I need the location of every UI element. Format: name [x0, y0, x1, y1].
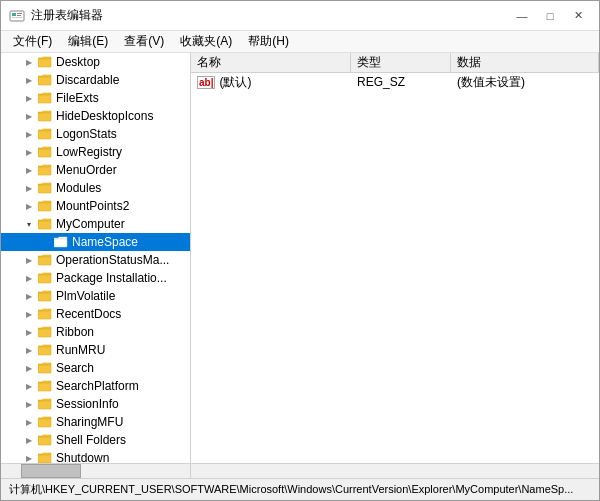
tree-item-logonstats[interactable]: ▶ LogonStats: [1, 125, 190, 143]
folder-icon: [37, 73, 53, 87]
svg-rect-24: [38, 401, 51, 409]
col-header-name[interactable]: 名称: [191, 53, 351, 72]
expand-arrow: ▶: [21, 396, 37, 412]
tree-item-runmru[interactable]: ▶ RunMRU: [1, 341, 190, 359]
minimize-button[interactable]: —: [509, 6, 535, 26]
svg-rect-1: [12, 13, 16, 16]
tree-item-hidedesktopicons[interactable]: ▶ HideDesktopIcons: [1, 107, 190, 125]
expand-arrow: ▶: [21, 198, 37, 214]
svg-rect-18: [38, 293, 51, 301]
expand-arrow: ▶: [21, 144, 37, 160]
tree-item-menuorder[interactable]: ▶ MenuOrder: [1, 161, 190, 179]
col-header-data[interactable]: 数据: [451, 53, 599, 72]
tree-item-label: Search: [56, 361, 94, 375]
expand-arrow: ▾: [21, 216, 37, 232]
expand-arrow: ▶: [21, 432, 37, 448]
tree-item-operationstatusma[interactable]: ▶ OperationStatusMa...: [1, 251, 190, 269]
tree-item-discardable[interactable]: ▶ Discardable: [1, 71, 190, 89]
tree-item-mycomputer[interactable]: ▾ MyComputer: [1, 215, 190, 233]
tree-item-modules[interactable]: ▶ Modules: [1, 179, 190, 197]
tree-item-ribbon[interactable]: ▶ Ribbon: [1, 323, 190, 341]
right-panel: 名称 类型 数据 ab|(默认)REG_SZ(数值未设置): [191, 53, 599, 463]
menu-file[interactable]: 文件(F): [5, 31, 60, 52]
folder-icon: [37, 361, 53, 375]
expand-arrow: ▶: [21, 378, 37, 394]
tree-item-lowregistry[interactable]: ▶ LowRegistry: [1, 143, 190, 161]
folder-icon: [37, 145, 53, 159]
expand-arrow: ▶: [21, 270, 37, 286]
folder-icon: [37, 307, 53, 321]
tree-item-label: LogonStats: [56, 127, 117, 141]
tree-item-shellfolders[interactable]: ▶ Shell Folders: [1, 431, 190, 449]
tree-scroll[interactable]: ▶ Desktop▶ Discardable▶ FileExts▶ HideDe…: [1, 53, 190, 463]
svg-rect-17: [38, 275, 51, 283]
tree-item-label: MountPoints2: [56, 199, 129, 213]
folder-icon: [37, 163, 53, 177]
svg-rect-9: [38, 131, 51, 139]
tree-item-label: PlmVolatile: [56, 289, 115, 303]
close-button[interactable]: ✕: [565, 6, 591, 26]
tree-item-searchplatform[interactable]: ▶ SearchPlatform: [1, 377, 190, 395]
reg-value-icon: ab|: [197, 76, 215, 89]
tree-item-label: Shell Folders: [56, 433, 126, 447]
folder-icon: [37, 181, 53, 195]
list-row[interactable]: ab|(默认)REG_SZ(数值未设置): [191, 73, 599, 91]
svg-rect-4: [12, 17, 22, 18]
svg-rect-20: [38, 329, 51, 337]
svg-rect-2: [17, 13, 22, 14]
svg-rect-15: [54, 239, 67, 247]
folder-icon: [53, 235, 69, 249]
tree-hscrollbar[interactable]: [1, 464, 191, 478]
tree-item-fileexts[interactable]: ▶ FileExts: [1, 89, 190, 107]
expand-arrow: ▶: [21, 450, 37, 463]
svg-rect-16: [38, 257, 51, 265]
expand-arrow: ▶: [21, 414, 37, 430]
tree-item-sessioninfo[interactable]: ▶ SessionInfo: [1, 395, 190, 413]
folder-icon: [37, 325, 53, 339]
folder-icon: [37, 127, 53, 141]
expand-arrow: ▶: [21, 180, 37, 196]
tree-item-label: NameSpace: [72, 235, 138, 249]
tree-item-packageinstallatio[interactable]: ▶ Package Installatio...: [1, 269, 190, 287]
list-cell-type: REG_SZ: [351, 75, 451, 89]
tree-item-recentdocs[interactable]: ▶ RecentDocs: [1, 305, 190, 323]
tree-item-label: Desktop: [56, 55, 100, 69]
tree-item-plmvolatile[interactable]: ▶ PlmVolatile: [1, 287, 190, 305]
list-cell-name: ab|(默认): [191, 74, 351, 91]
menu-favorites[interactable]: 收藏夹(A): [172, 31, 240, 52]
tree-item-shutdown[interactable]: ▶ Shutdown: [1, 449, 190, 463]
svg-rect-21: [38, 347, 51, 355]
status-path: 计算机\HKEY_CURRENT_USER\SOFTWARE\Microsoft…: [9, 482, 573, 497]
app-icon: [9, 8, 25, 24]
menu-edit[interactable]: 编辑(E): [60, 31, 116, 52]
expand-arrow: ▶: [21, 126, 37, 142]
folder-icon: [37, 397, 53, 411]
right-hscrollbar[interactable]: [191, 464, 599, 478]
svg-rect-14: [38, 221, 51, 229]
tree-item-label: RecentDocs: [56, 307, 121, 321]
svg-rect-6: [38, 77, 51, 85]
menu-view[interactable]: 查看(V): [116, 31, 172, 52]
regedit-window: 注册表编辑器 — □ ✕ 文件(F) 编辑(E) 查看(V) 收藏夹(A) 帮助…: [0, 0, 600, 501]
maximize-button[interactable]: □: [537, 6, 563, 26]
tree-item-mountpoints2[interactable]: ▶ MountPoints2: [1, 197, 190, 215]
folder-icon: [37, 109, 53, 123]
tree-item-sharingmfu[interactable]: ▶ SharingMFU: [1, 413, 190, 431]
svg-rect-12: [38, 185, 51, 193]
tree-item-label: Ribbon: [56, 325, 94, 339]
tree-item-search[interactable]: ▶ Search: [1, 359, 190, 377]
folder-icon: [37, 379, 53, 393]
folder-icon: [37, 451, 53, 463]
svg-rect-26: [38, 437, 51, 445]
list-body[interactable]: ab|(默认)REG_SZ(数值未设置): [191, 73, 599, 463]
tree-item-desktop[interactable]: ▶ Desktop: [1, 53, 190, 71]
svg-rect-3: [17, 15, 21, 16]
folder-icon: [37, 433, 53, 447]
tree-item-label: MenuOrder: [56, 163, 117, 177]
menu-help[interactable]: 帮助(H): [240, 31, 297, 52]
title-bar-left: 注册表编辑器: [9, 7, 103, 24]
tree-item-namespace[interactable]: NameSpace: [1, 233, 190, 251]
col-header-type[interactable]: 类型: [351, 53, 451, 72]
expand-arrow: ▶: [21, 72, 37, 88]
expand-arrow: ▶: [21, 54, 37, 70]
